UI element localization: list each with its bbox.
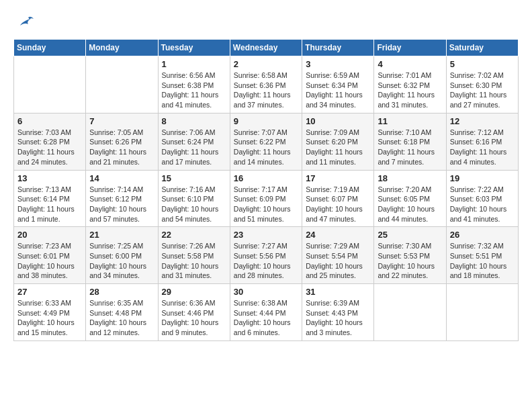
day-info: Sunrise: 6:38 AM Sunset: 4:44 PM Dayligh… [234, 298, 298, 338]
day-number: 6 [17, 116, 82, 126]
calendar-body: 1Sunrise: 6:56 AM Sunset: 6:38 PM Daylig… [14, 56, 519, 341]
calendar-cell: 8Sunrise: 7:06 AM Sunset: 6:24 PM Daylig… [158, 113, 230, 170]
day-info: Sunrise: 7:06 AM Sunset: 6:24 PM Dayligh… [162, 128, 226, 167]
calendar-header-row: SundayMondayTuesdayWednesdayThursdayFrid… [14, 40, 519, 56]
calendar-cell: 22Sunrise: 7:26 AM Sunset: 5:58 PM Dayli… [158, 227, 230, 284]
day-number: 9 [234, 116, 298, 126]
day-info: Sunrise: 7:01 AM Sunset: 6:32 PM Dayligh… [378, 71, 442, 110]
day-info: Sunrise: 7:20 AM Sunset: 6:05 PM Dayligh… [378, 185, 442, 224]
calendar-cell: 10Sunrise: 7:09 AM Sunset: 6:20 PM Dayli… [302, 113, 374, 170]
weekday-header: Friday [374, 40, 446, 56]
day-number: 19 [450, 173, 515, 183]
logo [13, 13, 34, 28]
calendar-cell: 18Sunrise: 7:20 AM Sunset: 6:05 PM Dayli… [374, 170, 446, 227]
calendar-cell: 4Sunrise: 7:01 AM Sunset: 6:32 PM Daylig… [374, 56, 446, 113]
day-info: Sunrise: 7:22 AM Sunset: 6:03 PM Dayligh… [450, 185, 515, 224]
calendar-cell: 6Sunrise: 7:03 AM Sunset: 6:28 PM Daylig… [14, 113, 86, 170]
day-number: 5 [450, 59, 515, 69]
calendar-cell: 30Sunrise: 6:38 AM Sunset: 4:44 PM Dayli… [230, 284, 302, 341]
day-number: 30 [234, 287, 298, 297]
calendar-cell: 31Sunrise: 6:39 AM Sunset: 4:43 PM Dayli… [302, 284, 374, 341]
day-info: Sunrise: 6:35 AM Sunset: 4:48 PM Dayligh… [89, 298, 154, 338]
weekday-header: Thursday [302, 40, 374, 56]
day-info: Sunrise: 6:56 AM Sunset: 6:38 PM Dayligh… [162, 71, 226, 110]
page-header [13, 13, 519, 28]
calendar-cell: 28Sunrise: 6:35 AM Sunset: 4:48 PM Dayli… [86, 284, 158, 341]
day-info: Sunrise: 7:10 AM Sunset: 6:18 PM Dayligh… [378, 128, 442, 167]
calendar-week-row: 20Sunrise: 7:23 AM Sunset: 6:01 PM Dayli… [14, 227, 519, 284]
calendar-table: SundayMondayTuesdayWednesdayThursdayFrid… [13, 39, 519, 341]
calendar-cell: 14Sunrise: 7:14 AM Sunset: 6:12 PM Dayli… [86, 170, 158, 227]
weekday-header: Saturday [446, 40, 518, 56]
day-info: Sunrise: 7:26 AM Sunset: 5:58 PM Dayligh… [162, 241, 226, 281]
calendar-cell: 7Sunrise: 7:05 AM Sunset: 6:26 PM Daylig… [86, 113, 158, 170]
calendar-cell: 20Sunrise: 7:23 AM Sunset: 6:01 PM Dayli… [14, 227, 86, 284]
calendar-cell: 1Sunrise: 6:56 AM Sunset: 6:38 PM Daylig… [158, 56, 230, 113]
logo-bird-icon [15, 13, 34, 28]
day-number: 1 [162, 59, 226, 69]
calendar-cell: 15Sunrise: 7:16 AM Sunset: 6:10 PM Dayli… [158, 170, 230, 227]
day-number: 26 [450, 230, 515, 240]
day-info: Sunrise: 7:05 AM Sunset: 6:26 PM Dayligh… [89, 128, 154, 167]
day-number: 13 [17, 173, 82, 183]
calendar-cell: 19Sunrise: 7:22 AM Sunset: 6:03 PM Dayli… [446, 170, 518, 227]
day-number: 22 [162, 230, 226, 240]
day-number: 14 [89, 173, 154, 183]
calendar-cell [86, 56, 158, 113]
day-info: Sunrise: 6:33 AM Sunset: 4:49 PM Dayligh… [17, 298, 82, 338]
day-number: 7 [89, 116, 154, 126]
day-number: 28 [89, 287, 154, 297]
calendar-cell: 27Sunrise: 6:33 AM Sunset: 4:49 PM Dayli… [14, 284, 86, 341]
day-info: Sunrise: 7:27 AM Sunset: 5:56 PM Dayligh… [234, 241, 298, 281]
weekday-header: Wednesday [230, 40, 302, 56]
calendar-cell: 11Sunrise: 7:10 AM Sunset: 6:18 PM Dayli… [374, 113, 446, 170]
calendar-cell: 21Sunrise: 7:25 AM Sunset: 6:00 PM Dayli… [86, 227, 158, 284]
day-number: 25 [378, 230, 442, 240]
calendar-cell: 9Sunrise: 7:07 AM Sunset: 6:22 PM Daylig… [230, 113, 302, 170]
day-number: 8 [162, 116, 226, 126]
day-number: 11 [378, 116, 442, 126]
calendar-cell: 16Sunrise: 7:17 AM Sunset: 6:09 PM Dayli… [230, 170, 302, 227]
day-info: Sunrise: 7:13 AM Sunset: 6:14 PM Dayligh… [17, 185, 82, 224]
day-info: Sunrise: 7:14 AM Sunset: 6:12 PM Dayligh… [89, 185, 154, 224]
weekday-header: Tuesday [158, 40, 230, 56]
calendar-cell: 12Sunrise: 7:12 AM Sunset: 6:16 PM Dayli… [446, 113, 518, 170]
day-number: 21 [89, 230, 154, 240]
day-info: Sunrise: 6:39 AM Sunset: 4:43 PM Dayligh… [306, 298, 370, 338]
day-number: 18 [378, 173, 442, 183]
day-number: 2 [234, 59, 298, 69]
day-number: 27 [17, 287, 82, 297]
calendar-cell [374, 284, 446, 341]
calendar-cell: 5Sunrise: 7:02 AM Sunset: 6:30 PM Daylig… [446, 56, 518, 113]
day-number: 16 [234, 173, 298, 183]
day-number: 29 [162, 287, 226, 297]
day-info: Sunrise: 7:02 AM Sunset: 6:30 PM Dayligh… [450, 71, 515, 110]
weekday-header: Sunday [14, 40, 86, 56]
calendar-cell [14, 56, 86, 113]
day-info: Sunrise: 7:25 AM Sunset: 6:00 PM Dayligh… [89, 241, 154, 281]
calendar-cell: 26Sunrise: 7:32 AM Sunset: 5:51 PM Dayli… [446, 227, 518, 284]
day-info: Sunrise: 6:58 AM Sunset: 6:36 PM Dayligh… [234, 71, 298, 110]
calendar-week-row: 1Sunrise: 6:56 AM Sunset: 6:38 PM Daylig… [14, 56, 519, 113]
day-info: Sunrise: 7:29 AM Sunset: 5:54 PM Dayligh… [306, 241, 370, 281]
calendar-cell [446, 284, 518, 341]
day-info: Sunrise: 7:03 AM Sunset: 6:28 PM Dayligh… [17, 128, 82, 167]
day-info: Sunrise: 7:07 AM Sunset: 6:22 PM Dayligh… [234, 128, 298, 167]
calendar-week-row: 13Sunrise: 7:13 AM Sunset: 6:14 PM Dayli… [14, 170, 519, 227]
day-number: 12 [450, 116, 515, 126]
day-number: 20 [17, 230, 82, 240]
day-info: Sunrise: 6:59 AM Sunset: 6:34 PM Dayligh… [306, 71, 370, 110]
day-number: 31 [306, 287, 370, 297]
day-info: Sunrise: 7:17 AM Sunset: 6:09 PM Dayligh… [234, 185, 298, 224]
day-info: Sunrise: 6:36 AM Sunset: 4:46 PM Dayligh… [162, 298, 226, 338]
calendar-cell: 2Sunrise: 6:58 AM Sunset: 6:36 PM Daylig… [230, 56, 302, 113]
day-number: 17 [306, 173, 370, 183]
day-number: 4 [378, 59, 442, 69]
day-info: Sunrise: 7:30 AM Sunset: 5:53 PM Dayligh… [378, 241, 442, 281]
calendar-cell: 3Sunrise: 6:59 AM Sunset: 6:34 PM Daylig… [302, 56, 374, 113]
calendar-week-row: 27Sunrise: 6:33 AM Sunset: 4:49 PM Dayli… [14, 284, 519, 341]
day-info: Sunrise: 7:16 AM Sunset: 6:10 PM Dayligh… [162, 185, 226, 224]
calendar-cell: 24Sunrise: 7:29 AM Sunset: 5:54 PM Dayli… [302, 227, 374, 284]
day-number: 10 [306, 116, 370, 126]
calendar-cell: 13Sunrise: 7:13 AM Sunset: 6:14 PM Dayli… [14, 170, 86, 227]
